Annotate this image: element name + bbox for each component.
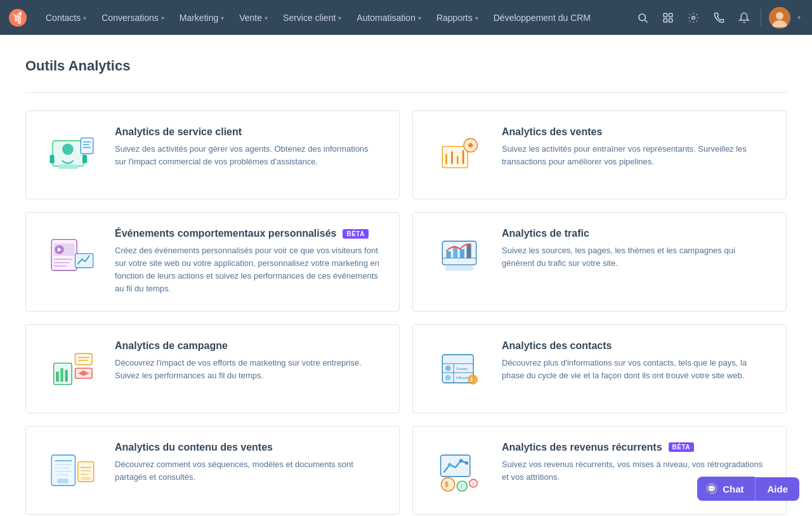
svg-rect-3 [664, 13, 667, 17]
svg-rect-36 [447, 251, 451, 258]
chat-icon: 💬 [706, 483, 717, 494]
card-icon-contacts: Country Lifecycle $ [431, 340, 488, 397]
notifications-button[interactable] [733, 6, 756, 29]
svg-point-53 [445, 365, 451, 371]
phone-button[interactable] [707, 6, 730, 29]
svg-rect-37 [453, 247, 457, 258]
card-desc: Suivez les activités pour entraîner vos … [502, 143, 768, 168]
svg-text:↑: ↑ [460, 483, 462, 489]
card-title-row: Analytics des revenus récurrents BÉTA [502, 442, 768, 453]
card-title-row: Analytics du contenu des ventes [115, 442, 381, 453]
svg-rect-39 [467, 244, 471, 258]
card-title: Événements comportementaux personnalisés [115, 228, 336, 239]
card-body-service-client: Analytics de service client Suivez des a… [115, 126, 381, 168]
svg-rect-4 [669, 13, 672, 17]
nav-item-service-client[interactable]: Service client ▾ [275, 0, 349, 35]
card-desc: Créez des événements personnalisés pour … [115, 244, 381, 296]
marketplace-button[interactable] [657, 6, 679, 29]
card-desc: Suivez les sources, les pages, les thème… [502, 244, 768, 270]
card-title: Analytics du contenu des ventes [115, 442, 273, 453]
svg-rect-65 [57, 479, 69, 483]
card-contacts[interactable]: Country Lifecycle $ Analytics des contac… [412, 324, 787, 413]
nav-item-rapports[interactable]: Rapports ▾ [429, 0, 486, 35]
nav-item-automatisation[interactable]: Automatisation ▾ [349, 0, 429, 35]
chevron-down-icon: ▾ [161, 15, 164, 22]
aide-button[interactable]: Aide [755, 477, 799, 501]
settings-button[interactable] [682, 6, 705, 29]
chevron-down-icon: ▾ [418, 15, 421, 22]
nav-items: Contacts ▾ Conversations ▾ Marketing ▾ V… [38, 0, 631, 35]
card-title: Analytics des revenus récurrents [502, 442, 662, 453]
nav-item-contacts[interactable]: Contacts ▾ [38, 0, 94, 35]
card-title: Analytics des ventes [502, 126, 602, 138]
svg-text:$: $ [470, 376, 473, 382]
page-content: Outils Analytics Analytics de service cl… [0, 35, 812, 516]
beta-badge: BÉTA [669, 442, 694, 452]
nav-item-marketing[interactable]: Marketing ▾ [172, 0, 232, 35]
svg-point-1 [639, 14, 646, 21]
card-evenements[interactable]: Événements comportementaux personnalisés… [25, 212, 400, 312]
svg-text:↓: ↓ [472, 480, 475, 487]
nav-item-vente[interactable]: Vente ▾ [232, 0, 275, 35]
svg-rect-70 [81, 477, 91, 479]
avatar-chevron-icon[interactable]: ▾ [793, 6, 804, 29]
card-revenus[interactable]: $ ↑ ↓ Analytics des revenus récurrents B… [412, 426, 787, 515]
svg-rect-14 [58, 164, 78, 169]
card-title-row: Analytics de campagne [115, 340, 381, 352]
card-service-client[interactable]: Analytics de service client Suivez des a… [25, 110, 400, 199]
svg-rect-11 [49, 155, 54, 163]
card-icon-revenus: $ ↑ ↓ [431, 442, 488, 499]
svg-rect-71 [441, 455, 470, 477]
user-avatar[interactable] [769, 7, 790, 29]
card-contenu-ventes[interactable]: Analytics du contenu des ventes Découvre… [25, 426, 400, 515]
card-title-row: Analytics de service client [115, 126, 381, 138]
svg-rect-40 [445, 266, 473, 270]
chevron-down-icon: ▾ [221, 15, 224, 22]
card-body-contacts: Analytics des contacts Découvrez plus d'… [502, 340, 768, 382]
card-icon-contenu-ventes [44, 442, 101, 499]
chat-label: Chat [723, 484, 743, 494]
chevron-down-icon: ▾ [83, 15, 86, 22]
search-button[interactable] [631, 6, 654, 29]
card-ventes[interactable]: Analytics des ventes Suivez les activité… [412, 110, 787, 199]
card-desc: Suivez des activités pour gérer vos agen… [115, 143, 381, 168]
svg-point-74 [459, 459, 462, 462]
svg-line-2 [645, 20, 648, 22]
page-divider [25, 92, 787, 93]
card-icon-ventes [431, 126, 488, 183]
svg-rect-12 [82, 155, 87, 163]
svg-point-0 [9, 9, 27, 27]
chat-button[interactable]: 💬 Chat [697, 477, 755, 501]
svg-point-73 [448, 463, 451, 466]
nav-item-crm[interactable]: Développement du CRM [486, 0, 598, 35]
svg-point-72 [465, 461, 468, 464]
nav-divider [761, 9, 761, 27]
svg-point-7 [692, 16, 695, 19]
card-title-row: Analytics des ventes [502, 126, 768, 138]
card-title: Analytics de service client [115, 126, 242, 138]
navbar: Contacts ▾ Conversations ▾ Marketing ▾ V… [0, 0, 812, 35]
chevron-down-icon: ▾ [265, 15, 268, 22]
card-title: Analytics des contacts [502, 340, 612, 352]
svg-text:Lifecycle: Lifecycle [456, 376, 469, 380]
svg-text:Country: Country [456, 366, 468, 370]
card-campagne[interactable]: Analytics de campagne Découvrez l'impact… [25, 324, 400, 413]
chevron-down-icon: ▾ [475, 15, 478, 22]
card-icon-trafic [431, 228, 488, 285]
chat-widget: 💬 Chat Aide [697, 477, 799, 501]
card-desc: Découvrez l'impact de vos efforts de mar… [115, 357, 381, 382]
nav-item-conversations[interactable]: Conversations ▾ [94, 0, 172, 35]
card-title: Analytics de trafic [502, 228, 589, 239]
hubspot-logo[interactable] [8, 8, 28, 28]
card-desc: Découvrez comment vos séquences, modèles… [115, 458, 381, 484]
card-icon-evenements [44, 228, 101, 285]
svg-rect-45 [75, 354, 92, 365]
svg-rect-6 [669, 18, 672, 22]
card-desc: Découvrez plus d'informations sur vos co… [502, 357, 768, 382]
card-body-ventes: Analytics des ventes Suivez les activité… [502, 126, 768, 168]
card-trafic[interactable]: Analytics de trafic Suivez les sources, … [412, 212, 787, 312]
aide-label: Aide [767, 484, 788, 494]
card-body-campagne: Analytics de campagne Découvrez l'impact… [115, 340, 381, 382]
svg-rect-38 [460, 249, 464, 258]
svg-point-55 [445, 374, 451, 380]
